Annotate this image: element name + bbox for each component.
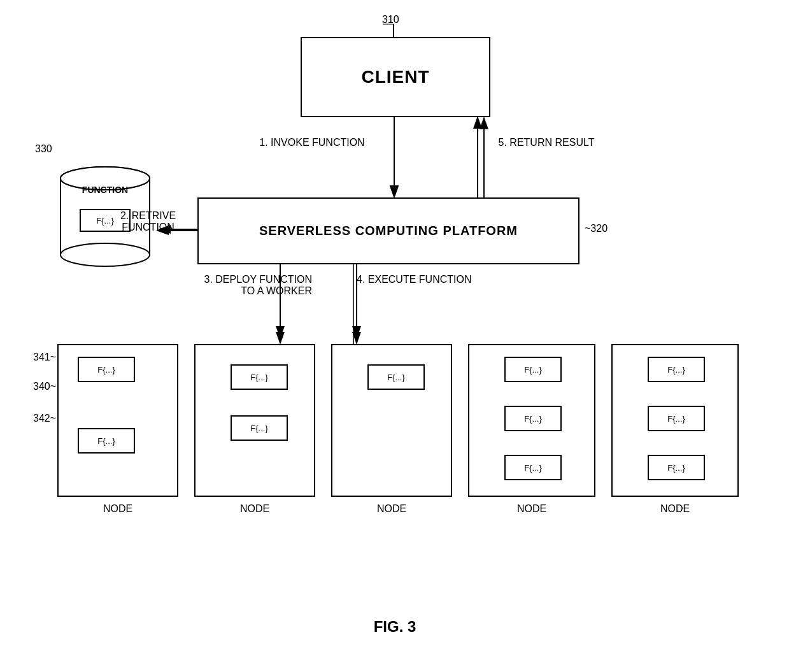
svg-point-11	[60, 243, 150, 266]
node5-box: F{...} F{...} F{...}	[611, 344, 739, 497]
ref-330: 330	[35, 143, 52, 155]
ref-342: 342~	[33, 413, 56, 424]
ref-320: ~320	[585, 223, 608, 234]
arrow5-label: 5. RETURN RESULT	[483, 137, 610, 148]
platform-label: SERVERLESS COMPUTING PLATFORM	[259, 224, 518, 238]
node5-label: NODE	[611, 503, 739, 515]
node1-func1: F{...}	[78, 357, 135, 382]
node4-box: F{...} F{...} F{...}	[468, 344, 595, 497]
node4-label: NODE	[468, 503, 595, 515]
arrow1-label: 1. INVOKE FUNCTION	[248, 137, 376, 148]
node2-box: F{...} F{...}	[194, 344, 315, 497]
node1-func2: F{...}	[78, 428, 135, 454]
node2-func1: F{...}	[231, 364, 288, 390]
node5-func3: F{...}	[648, 455, 705, 480]
ref-341: 341~	[33, 352, 56, 363]
ref-340: 340~	[33, 381, 56, 392]
node1-box: F{...} F{...}	[57, 344, 178, 497]
client-box: CLIENT	[301, 37, 490, 117]
node4-func3: F{...}	[504, 455, 562, 480]
platform-box: SERVERLESS COMPUTING PLATFORM	[197, 197, 579, 264]
node3-func1: F{...}	[367, 364, 425, 390]
node4-func1: F{...}	[504, 357, 562, 382]
node2-func2: F{...}	[231, 415, 288, 441]
node2-label: NODE	[194, 503, 315, 515]
arrow3-label: 3. DEPLOY FUNCTION TO A WORKER	[185, 274, 312, 297]
node4-func2: F{...}	[504, 406, 562, 431]
node1-label: NODE	[57, 503, 178, 515]
ref-310: 310	[382, 14, 399, 25]
fig-caption: FIG. 3	[312, 618, 478, 636]
db-function-label: FUNCTION	[57, 185, 153, 195]
node5-func1: F{...}	[648, 357, 705, 382]
node5-func2: F{...}	[648, 406, 705, 431]
arrow4-label: 4. EXECUTE FUNCTION	[357, 274, 516, 285]
diagram: 310 CLIENT 330 FUNCTION F{...}	[0, 0, 789, 672]
client-label: CLIENT	[361, 67, 429, 87]
arrow2-label: 2. RETRIVE FUNCTION	[99, 210, 197, 233]
node3-box: F{...}	[331, 344, 452, 497]
node3-label: NODE	[331, 503, 452, 515]
